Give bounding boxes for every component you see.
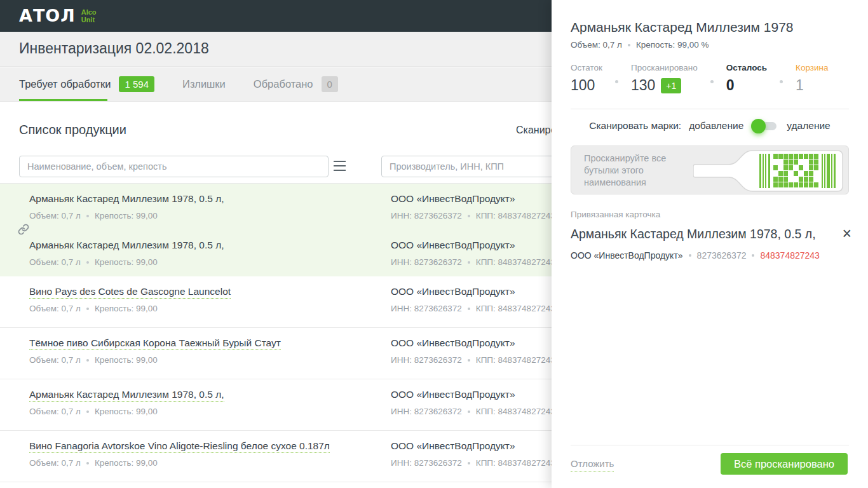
- producer-meta: ИНН: 8273626372 КПП: 848374827243: [391, 257, 555, 267]
- dot-separator: [615, 80, 618, 83]
- scan-mode-add-label: добавление: [689, 120, 743, 132]
- product-title[interactable]: Тёмное пиво Сибирская Корона Таежный Бур…: [29, 337, 281, 350]
- dot-separator: [710, 80, 714, 83]
- scan-mode-label: Сканировать марки:: [589, 120, 681, 132]
- dot-separator: [468, 308, 470, 310]
- product-volume: Объем: 0,7 л: [29, 407, 81, 416]
- scan-mode-remove-label: удаление: [787, 120, 830, 132]
- tab-requires-processing[interactable]: Требует обработки 1 594: [19, 76, 154, 92]
- product-title[interactable]: Арманьяк Кастаред Миллезим 1978, 0.5 л,: [29, 240, 224, 250]
- dot-separator: [752, 254, 754, 257]
- producer-inn: ИНН: 8273626372: [391, 458, 462, 468]
- product-strength: Крепость: 99,00: [95, 304, 158, 313]
- product-title[interactable]: Вино Pays des Cotes de Gascogne Launcelo…: [29, 286, 231, 299]
- active-tab-indicator: [19, 99, 107, 101]
- producer-meta: ИНН: 8273626372 КПП: 848374827243: [391, 355, 555, 365]
- scan-hint-text: Просканируйте все бутылки этого наименов…: [584, 152, 689, 189]
- product-title[interactable]: Вино Fanagoria Avtorskoe Vino Aligote-Ri…: [29, 440, 330, 453]
- linked-card-title: Арманьяк Кастаред Миллезим 1978, 0.5 л,: [571, 227, 831, 241]
- producer-kpp: КПП: 848374827243: [476, 355, 555, 365]
- postpone-link[interactable]: Отложить: [571, 458, 614, 471]
- producer-inn: ИНН: 8273626372: [391, 355, 462, 365]
- dot-separator: [468, 261, 470, 264]
- producer-kpp: КПП: 848374827243: [476, 304, 555, 313]
- tab-label: Излишки: [182, 78, 226, 90]
- dot-separator: [86, 261, 89, 264]
- dot-separator: [86, 410, 89, 413]
- product-meta: Объем: 0,7 л Крепость: 99,00: [29, 458, 330, 468]
- linked-card-label: Привязанная карточка: [571, 210, 660, 219]
- dot-separator: [689, 254, 691, 257]
- logo-subtitle: Alco Unit: [81, 8, 97, 24]
- bottle-barcode-icon: [693, 148, 844, 196]
- card-kpp: 848374827243: [760, 250, 819, 261]
- tab-surplus[interactable]: Излишки: [182, 78, 226, 90]
- producer-name: ООО «ИнвестВодПродукт»: [391, 337, 555, 349]
- product-meta: Объем: 0,7 л Крепость: 99,00: [29, 257, 224, 267]
- producer-meta: ИНН: 8273626372 КПП: 848374827243: [391, 211, 555, 220]
- stat-basket[interactable]: Корзина 1: [796, 63, 828, 94]
- product-volume: Объем: 0,7 л: [29, 211, 81, 220]
- panel-product-title: Арманьяк Кастаред Миллезим 1978: [571, 20, 794, 35]
- producer-kpp: КПП: 848374827243: [476, 257, 555, 267]
- panel-product-meta: Объем: 0,7 л Крепость: 99,00 %: [571, 40, 709, 50]
- product-meta: Объем: 0,7 л Крепость: 99,00: [29, 211, 224, 220]
- tab-count-badge: 0: [322, 76, 338, 92]
- dot-separator: [86, 462, 89, 464]
- producer-meta: ИНН: 8273626372 КПП: 848374827243: [391, 407, 555, 416]
- producer-inn: ИНН: 8273626372: [391, 407, 462, 416]
- product-title[interactable]: Арманьяк Кастаред Миллезим 1978, 0.5 л,: [29, 389, 224, 402]
- producer-meta: ИНН: 8273626372 КПП: 848374827243: [391, 458, 555, 468]
- product-meta: Объем: 0,7 л Крепость: 99,00: [29, 304, 231, 313]
- panel-strength: Крепость: 99,00 %: [636, 40, 709, 50]
- logo-text: АТОЛ: [19, 6, 76, 25]
- card-inn: 8273626372: [697, 250, 747, 261]
- dot-separator: [468, 410, 470, 413]
- producer-name: ООО «ИнвестВодПродукт»: [391, 193, 555, 205]
- list-view-icon[interactable]: [334, 161, 346, 171]
- divider: [571, 445, 849, 445]
- tab-processed[interactable]: Обработано 0: [254, 76, 338, 92]
- producer-kpp: КПП: 848374827243: [476, 458, 555, 468]
- dot-separator: [628, 44, 630, 46]
- atol-logo: АТОЛ Alco Unit: [19, 6, 97, 25]
- producer-kpp: КПП: 848374827243: [476, 211, 555, 220]
- all-scanned-button[interactable]: Всё просканировано: [721, 453, 848, 475]
- producer-meta: ИНН: 8273626372 КПП: 848374827243: [391, 304, 555, 313]
- producer-name: ООО «ИнвестВодПродукт»: [391, 239, 555, 252]
- producer-name: ООО «ИнвестВодПродукт»: [391, 440, 555, 452]
- scan-area: Просканируйте все бутылки этого наименов…: [571, 146, 849, 194]
- scan-mode-toggle[interactable]: [754, 122, 776, 130]
- link-chain-icon: [18, 224, 29, 238]
- panel-volume: Объем: 0,7 л: [571, 40, 622, 50]
- product-title[interactable]: Арманьяк Кастаред Миллезим 1978, 0.5 л,: [29, 193, 224, 204]
- dot-separator: [780, 80, 783, 83]
- product-volume: Объем: 0,7 л: [29, 257, 81, 267]
- producer-name: ООО «ИнвестВодПродукт»: [391, 285, 555, 298]
- product-meta: Объем: 0,7 л Крепость: 99,00: [29, 407, 224, 416]
- product-volume: Объем: 0,7 л: [29, 355, 81, 365]
- close-icon[interactable]: ×: [842, 226, 851, 241]
- divider: [571, 109, 849, 109]
- search-name-input[interactable]: [19, 156, 329, 177]
- product-volume: Объем: 0,7 л: [29, 458, 81, 468]
- dot-separator: [86, 308, 89, 310]
- dot-separator: [86, 359, 89, 362]
- page-title: Инвентаризация 02.02.2018: [19, 40, 209, 57]
- stats-row: Остаток 100 Просканировано 130 +1 Остало…: [571, 63, 828, 94]
- producer-name: ООО «ИнвестВодПродукт»: [391, 388, 555, 401]
- producer-inn: ИНН: 8273626372: [391, 304, 462, 313]
- product-strength: Крепость: 99,00: [95, 211, 158, 220]
- card-producer: ООО «ИнвестВодПродукт»: [571, 250, 683, 261]
- stat-remainder: Остаток 100: [571, 63, 602, 94]
- dot-separator: [86, 215, 89, 217]
- product-strength: Крепость: 99,00: [95, 355, 158, 365]
- tab-label: Требует обработки: [19, 78, 111, 90]
- product-volume: Объем: 0,7 л: [29, 304, 81, 313]
- tab-label: Обработано: [254, 78, 313, 90]
- stat-left: Осталось 0: [726, 63, 767, 94]
- tab-count-badge: 1 594: [119, 76, 154, 92]
- producer-inn: ИНН: 8273626372: [391, 211, 462, 220]
- dot-separator: [468, 359, 470, 362]
- product-strength: Крепость: 99,00: [95, 458, 158, 468]
